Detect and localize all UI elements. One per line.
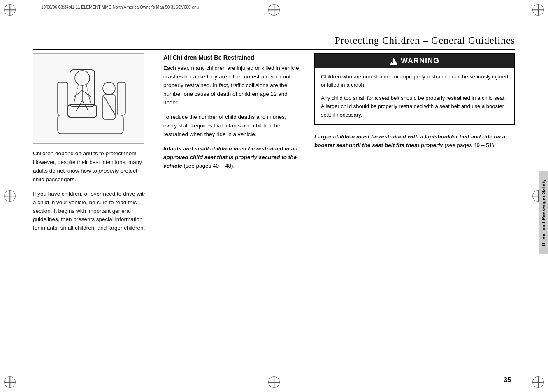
larger-children-note: Larger children must be restrained with … [314,132,515,150]
svg-line-6 [76,101,82,111]
warning-para2: Any child too small for a seat belt shou… [321,94,509,119]
corner-mark-tr [532,4,544,16]
center-mark-bottom [268,376,280,388]
page-title-area: Protecting Children – General Guidelines [33,35,515,50]
page-title: Protecting Children – General Guidelines [334,35,515,46]
center-mark-left [4,190,16,202]
middle-column: All Children Must Be Restrained Each yea… [163,53,299,367]
warning-header: WARNING [315,54,514,68]
main-content: Children depend on adults to protect the… [33,53,515,367]
svg-point-2 [75,71,90,85]
side-tab-inner: Driver and Passenger Safety [539,171,548,254]
left-text-block: Children depend on adults to protect the… [33,150,148,233]
svg-line-5 [82,90,91,97]
all-children-title: All Children Must Be Restrained [163,53,299,62]
svg-rect-16 [117,82,125,115]
svg-line-4 [74,90,82,97]
all-children-body1: Each year, many children are injured or … [163,64,299,107]
side-tab-label: Driver and Passenger Safety [541,179,546,246]
left-column: Children depend on adults to protect the… [33,53,148,367]
corner-mark-bl [4,376,16,388]
svg-rect-14 [58,115,123,134]
svg-line-7 [82,101,88,111]
car-seat-illustration [33,53,144,144]
svg-point-10 [103,82,115,95]
center-mark-top [268,4,280,16]
warning-para1: Children who are unrestrained or imprope… [321,73,509,89]
column-divider-left [156,53,156,367]
column-divider-right [307,53,307,367]
right-column: WARNING Children who are unrestrained or… [314,53,515,367]
warning-triangle-icon [390,58,397,65]
infants-note: Infants and small children must be restr… [163,145,299,171]
all-children-body2: To reduce the number of child deaths and… [163,113,299,139]
page-number: 35 [504,376,511,384]
warning-label: WARNING [401,57,439,65]
warning-body: Children who are unrestrained or imprope… [315,68,514,124]
corner-mark-br [532,376,544,388]
corner-mark-tl [4,4,16,16]
side-tab: Driver and Passenger Safety [539,82,548,343]
header-metadata: 10/08/06 08:34:41 11 ELEMENT MMC North A… [41,5,199,9]
warning-box: WARNING Children who are unrestrained or… [314,53,515,125]
svg-rect-15 [58,82,68,115]
